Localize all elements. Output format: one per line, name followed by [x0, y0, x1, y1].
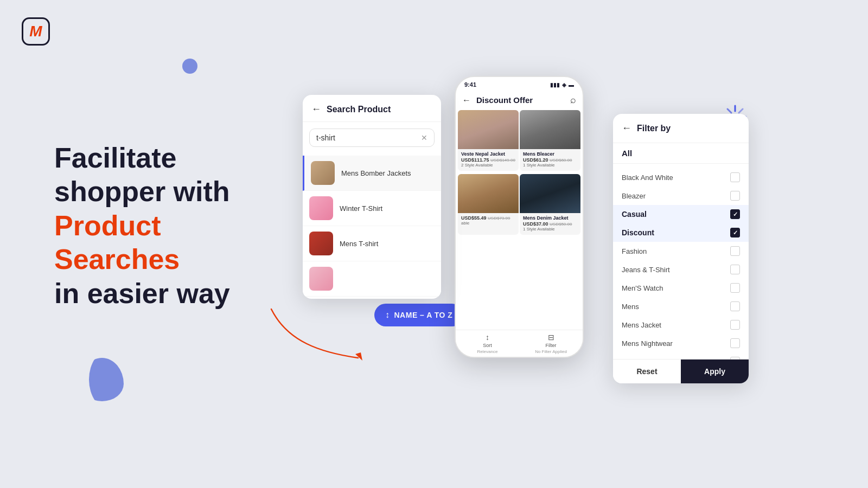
- filter-reset-button[interactable]: Reset: [613, 359, 681, 383]
- list-item[interactable]: Mens T-shirt: [303, 226, 441, 261]
- hero-section: Facilitate shopper with Product Searches…: [54, 141, 293, 310]
- phone-time: 9:41: [464, 81, 476, 88]
- phone-product-card[interactable]: Mens Denim Jacket USD$37.00 USD$50.00 1 …: [520, 174, 580, 235]
- phone-notch: [492, 77, 546, 89]
- filter-sub-label: No Filter Applied: [535, 349, 567, 354]
- list-item[interactable]: [303, 261, 441, 297]
- filter-item-discount[interactable]: Discount: [613, 223, 749, 242]
- filter-apply-button[interactable]: Apply: [681, 359, 749, 383]
- product-thumbnail: [309, 267, 333, 291]
- filter-item[interactable]: Bleazer: [613, 187, 749, 205]
- search-screen: ← Search Product t-shirt ✕ Mens Bomber J…: [303, 95, 441, 299]
- filter-icon: ⊟: [548, 333, 554, 342]
- search-back-button[interactable]: ←: [311, 104, 321, 115]
- filter-panel: ← Filter by All Black And White Bleazer …: [613, 114, 749, 383]
- phone-screen-title: Discount Offer: [476, 95, 565, 105]
- filter-bottom-label: Filter: [546, 343, 557, 348]
- product-thumbnail: [309, 196, 333, 220]
- deco-circle-top: [182, 59, 197, 74]
- search-input-bar[interactable]: t-shirt ✕: [309, 129, 435, 147]
- sort-icon: ↕: [486, 333, 489, 342]
- phone-search-icon[interactable]: ⌕: [570, 94, 576, 106]
- hero-line3: in easier way: [54, 278, 230, 309]
- filter-checkbox[interactable]: [730, 301, 740, 311]
- filter-item[interactable]: Black And White: [613, 168, 749, 187]
- list-item[interactable]: Mens Bomber Jackets: [303, 156, 441, 191]
- phone-bottom-bar: ↕ Sort Relevance ⊟ Filter No Filter Appl…: [456, 330, 583, 357]
- sort-pill[interactable]: ↕ NAME – A TO Z: [374, 304, 463, 326]
- search-screen-title: Search Product: [327, 105, 391, 114]
- filter-item[interactable]: Mens Nightwear: [613, 334, 749, 352]
- filter-footer: Reset Apply: [613, 359, 749, 383]
- deco-circle-bottom: [80, 358, 124, 401]
- filter-header: ← Filter by: [613, 114, 749, 143]
- logo: M: [22, 17, 52, 48]
- svg-line-4: [727, 109, 731, 113]
- hero-line2: shopper with: [54, 176, 230, 207]
- filter-checkbox[interactable]: [730, 283, 740, 293]
- phone-product-card[interactable]: Veste Nepal Jacket USD$111.75 USD$149.00…: [458, 110, 519, 171]
- product-title: Mens Bleacer: [523, 151, 577, 157]
- hero-highlight: Product Searches: [54, 210, 180, 275]
- filter-item[interactable]: Mens: [613, 297, 749, 316]
- product-name: Mens T-shirt: [340, 240, 378, 248]
- phone-nav-bar: ← Discount Offer ⌕: [456, 90, 583, 110]
- phone-mockup: 9:41 ▮▮▮ ◈ ▬ ← Discount Offer ⌕ Veste Ne…: [455, 76, 584, 358]
- product-thumbnail: [311, 161, 335, 185]
- product-title: Veste Nepal Jacket: [461, 151, 515, 157]
- filter-checkbox[interactable]: [730, 338, 740, 348]
- phone-back-button[interactable]: ←: [462, 95, 471, 105]
- search-screen-header: ← Search Product: [303, 95, 441, 122]
- phone-product-card[interactable]: Mens Bleacer USD$61.20 USD$68.00 1 Style…: [520, 110, 580, 171]
- list-item[interactable]: Winter T-Shirt: [303, 191, 441, 226]
- filter-back-icon[interactable]: ←: [622, 123, 631, 134]
- sort-sub-label: Relevance: [477, 349, 498, 354]
- product-title: Mens Denim Jacket: [523, 215, 577, 221]
- sort-label: NAME – A TO Z: [394, 311, 453, 319]
- product-name: Winter T-Shirt: [340, 204, 382, 213]
- product-thumbnail: [309, 232, 333, 255]
- phone-product-grid: Veste Nepal Jacket USD$111.75 USD$149.00…: [456, 110, 583, 237]
- filter-list: Black And White Bleazer Casual Discount …: [613, 164, 749, 359]
- filter-checkbox[interactable]: [730, 191, 740, 201]
- filter-checkbox-casual[interactable]: [730, 209, 740, 219]
- phone-product-card[interactable]: USD$55.49 USD$73.99 able: [458, 174, 519, 235]
- phone-status-icons: ▮▮▮ ◈ ▬: [550, 82, 574, 88]
- product-name: Mens Bomber Jackets: [341, 169, 411, 177]
- filter-bottom-button[interactable]: ⊟ Filter No Filter Applied: [519, 330, 583, 357]
- filter-title: Filter by: [637, 124, 671, 133]
- svg-marker-8: [355, 352, 362, 361]
- sort-bottom-button[interactable]: ↕ Sort Relevance: [456, 330, 519, 357]
- filter-checkbox[interactable]: [730, 172, 740, 182]
- filter-item[interactable]: Jeans & T-Shirt: [613, 260, 749, 279]
- arrow-decoration: [255, 298, 380, 369]
- filter-item-casual[interactable]: Casual: [613, 205, 749, 223]
- sort-bottom-label: Sort: [483, 343, 492, 348]
- filter-checkbox-discount[interactable]: [730, 228, 740, 237]
- filter-checkbox[interactable]: [730, 265, 740, 274]
- filter-item[interactable]: Fashion: [613, 242, 749, 260]
- filter-all-item[interactable]: All: [613, 143, 749, 164]
- search-results-list: Mens Bomber Jackets Winter T-Shirt Mens …: [303, 153, 441, 299]
- sort-icon: ↕: [385, 310, 390, 320]
- filter-checkbox[interactable]: [730, 320, 740, 330]
- search-clear-icon[interactable]: ✕: [421, 133, 427, 142]
- logo-letter: M: [29, 23, 42, 40]
- search-input-value[interactable]: t-shirt: [316, 133, 417, 142]
- hero-line1: Facilitate: [54, 142, 176, 174]
- filter-item[interactable]: Mens Jacket: [613, 316, 749, 334]
- filter-item[interactable]: Men'S Watch: [613, 279, 749, 297]
- svg-line-6: [739, 109, 743, 113]
- filter-checkbox[interactable]: [730, 246, 740, 256]
